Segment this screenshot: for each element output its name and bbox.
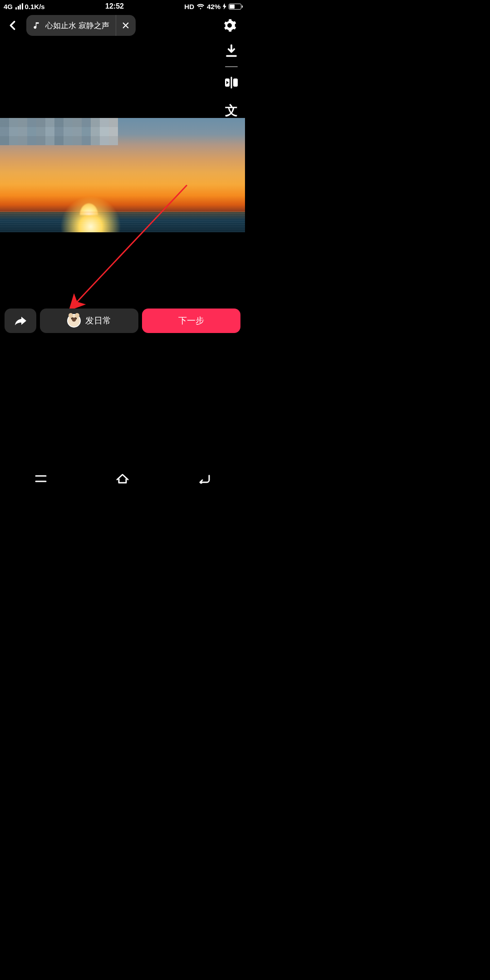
post-daily-label: 发日常 [85,315,111,327]
charging-icon [223,3,226,10]
music-remove-button[interactable] [116,15,136,36]
battery-pct: 42% [207,3,220,10]
share-button[interactable] [5,309,36,333]
svg-rect-2 [233,78,238,87]
text-tool-button[interactable]: 文 [222,102,240,120]
status-left: 4G 0.1K/s [4,3,45,10]
music-note-icon [33,21,41,29]
back-arrow-icon [197,474,211,484]
top-bar: 心如止水 寂静之声 [0,13,245,38]
back-button[interactable] [4,16,22,34]
music-select[interactable]: 心如止水 寂静之声 [26,20,116,31]
close-icon [122,21,130,29]
status-bar: 4G 0.1K/s 12:52 HD 42% [0,0,245,13]
music-title: 心如止水 寂静之声 [45,20,109,31]
video-preview[interactable] [0,118,245,232]
redacted-overlay [0,118,118,145]
gear-icon [223,19,236,32]
settings-button[interactable] [220,16,239,34]
clip-split-icon [225,76,238,89]
next-step-button[interactable]: 下一步 [142,309,240,333]
nav-back-button[interactable] [191,470,218,488]
rail-divider [225,66,238,67]
download-icon [225,44,238,58]
battery-icon [229,4,241,10]
music-chip[interactable]: 心如止水 寂静之声 [26,15,136,36]
chevron-left-icon [8,20,18,30]
menu-icon [35,474,47,483]
clip-split-button[interactable] [222,74,240,92]
text-tool-label: 文 [225,104,238,117]
nav-recent-button[interactable] [27,470,54,488]
network-speed: 0.1K/s [25,3,45,10]
wifi-icon [196,3,205,10]
signal-icon [15,3,23,10]
system-nav-bar [0,467,245,490]
svg-rect-3 [231,77,232,88]
home-icon [116,473,129,484]
bottom-action-row: 发日常 下一步 [5,309,240,333]
next-step-label: 下一步 [178,315,204,327]
clock: 12:52 [105,2,124,10]
status-right: HD 42% [184,3,241,10]
download-button[interactable] [222,42,240,60]
nav-home-button[interactable] [109,470,136,488]
share-arrow-icon [15,316,26,326]
post-daily-button[interactable]: 发日常 [40,309,138,333]
network-label: 4G [4,3,13,10]
hd-label: HD [184,3,194,10]
avatar [67,314,81,328]
